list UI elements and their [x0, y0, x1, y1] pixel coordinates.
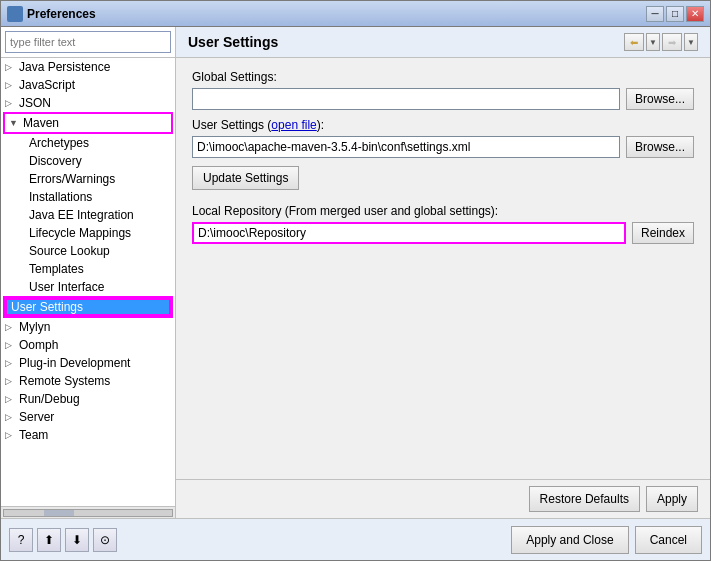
restore-defaults-button[interactable]: Restore Defaults — [529, 486, 640, 512]
forward-button[interactable]: ➡ — [662, 33, 682, 51]
update-settings-button[interactable]: Update Settings — [192, 166, 299, 190]
tree-area: ▷ Java Persistence ▷ JavaScript ▷ JSON ▼ — [1, 58, 175, 506]
back-dropdown[interactable]: ▼ — [646, 33, 660, 51]
sidebar-item-plugin-development[interactable]: ▷ Plug-in Development — [1, 354, 175, 372]
window-title: Preferences — [27, 7, 96, 21]
right-body: Global Settings: Browse... User Settings… — [176, 58, 710, 479]
user-settings-row: Browse... — [192, 136, 694, 158]
tree-item-label: Templates — [29, 262, 84, 276]
help-icon[interactable]: ? — [9, 528, 33, 552]
tree-item-label: User Interface — [29, 280, 104, 294]
collapse-icon: ▷ — [5, 340, 19, 350]
tree-item-label: Maven — [23, 116, 59, 130]
tree-item-label: Archetypes — [29, 136, 89, 150]
tree-item-label: Lifecycle Mappings — [29, 226, 131, 240]
bottom-bar: ? ⬆ ⬇ ⊙ Apply and Close Cancel — [1, 518, 710, 560]
sidebar-item-maven[interactable]: ▼ Maven — [5, 114, 171, 132]
right-panel: User Settings ⬅ ▼ ➡ ▼ Global Settings: B… — [176, 27, 710, 518]
collapse-icon: ▷ — [5, 394, 19, 404]
local-repo-row: Reindex — [192, 222, 694, 244]
user-settings-input[interactable] — [192, 136, 620, 158]
sidebar-item-json[interactable]: ▷ JSON — [1, 94, 175, 112]
sidebar-scrollbar[interactable] — [1, 506, 175, 518]
main-content: ▷ Java Persistence ▷ JavaScript ▷ JSON ▼ — [1, 27, 710, 518]
sidebar-item-server[interactable]: ▷ Server — [1, 408, 175, 426]
expand-icon: ▼ — [9, 118, 23, 128]
collapse-icon: ▷ — [5, 358, 19, 368]
preferences-window: Preferences ─ □ ✕ ▷ Java Persistence ▷ — [0, 0, 711, 561]
scrollbar-track — [3, 509, 173, 517]
sidebar: ▷ Java Persistence ▷ JavaScript ▷ JSON ▼ — [1, 27, 176, 518]
sidebar-item-run-debug[interactable]: ▷ Run/Debug — [1, 390, 175, 408]
global-settings-row: Browse... — [192, 88, 694, 110]
collapse-icon: ▷ — [5, 80, 19, 90]
global-browse-button[interactable]: Browse... — [626, 88, 694, 110]
back-button[interactable]: ⬅ — [624, 33, 644, 51]
tree-item-label: JavaScript — [19, 78, 75, 92]
sidebar-item-remote-systems[interactable]: ▷ Remote Systems — [1, 372, 175, 390]
filter-input[interactable] — [5, 31, 171, 53]
sidebar-item-java-ee-integration[interactable]: Java EE Integration — [1, 206, 175, 224]
nav-buttons: ⬅ ▼ ➡ ▼ — [624, 33, 698, 51]
minimize-button[interactable]: ─ — [646, 6, 664, 22]
forward-dropdown[interactable]: ▼ — [684, 33, 698, 51]
title-bar: Preferences ─ □ ✕ — [1, 1, 710, 27]
close-button[interactable]: ✕ — [686, 6, 704, 22]
tree-item-label: User Settings — [11, 300, 83, 314]
tree-item-label: Discovery — [29, 154, 82, 168]
global-settings-input[interactable] — [192, 88, 620, 110]
collapse-icon: ▷ — [5, 376, 19, 386]
tree-item-label: Plug-in Development — [19, 356, 130, 370]
filter-box — [1, 27, 175, 58]
bottom-icons: ? ⬆ ⬇ ⊙ — [9, 528, 117, 552]
tree-item-label: Oomph — [19, 338, 58, 352]
apply-and-close-button[interactable]: Apply and Close — [511, 526, 628, 554]
cancel-button[interactable]: Cancel — [635, 526, 702, 554]
tree-item-label: Mylyn — [19, 320, 50, 334]
title-bar-controls: ─ □ ✕ — [646, 6, 704, 22]
sidebar-item-java-persistence[interactable]: ▷ Java Persistence — [1, 58, 175, 76]
collapse-icon: ▷ — [5, 430, 19, 440]
sidebar-item-source-lookup[interactable]: Source Lookup — [1, 242, 175, 260]
user-browse-button[interactable]: Browse... — [626, 136, 694, 158]
window-icon — [7, 6, 23, 22]
tree-item-label: Installations — [29, 190, 92, 204]
user-settings-label: User Settings (open file): — [192, 118, 694, 132]
collapse-icon: ▷ — [5, 62, 19, 72]
sidebar-item-javascript[interactable]: ▷ JavaScript — [1, 76, 175, 94]
tree-item-label: Remote Systems — [19, 374, 110, 388]
sidebar-item-archetypes[interactable]: Archetypes — [1, 134, 175, 152]
maximize-button[interactable]: □ — [666, 6, 684, 22]
tree-item-label: Errors/Warnings — [29, 172, 115, 186]
sidebar-item-team[interactable]: ▷ Team — [1, 426, 175, 444]
import-icon[interactable]: ⬆ — [37, 528, 61, 552]
tree-item-label: Java Persistence — [19, 60, 110, 74]
collapse-icon: ▷ — [5, 98, 19, 108]
export-icon[interactable]: ⬇ — [65, 528, 89, 552]
apply-button[interactable]: Apply — [646, 486, 698, 512]
sidebar-item-installations[interactable]: Installations — [1, 188, 175, 206]
sidebar-item-discovery[interactable]: Discovery — [1, 152, 175, 170]
sidebar-item-oomph[interactable]: ▷ Oomph — [1, 336, 175, 354]
sidebar-item-templates[interactable]: Templates — [1, 260, 175, 278]
tree-item-label: Java EE Integration — [29, 208, 134, 222]
sidebar-item-user-interface[interactable]: User Interface — [1, 278, 175, 296]
settings-icon[interactable]: ⊙ — [93, 528, 117, 552]
tree-item-label: JSON — [19, 96, 51, 110]
title-bar-left: Preferences — [7, 6, 96, 22]
sidebar-item-lifecycle-mappings[interactable]: Lifecycle Mappings — [1, 224, 175, 242]
bottom-buttons: Apply and Close Cancel — [511, 526, 702, 554]
scrollbar-thumb[interactable] — [44, 510, 74, 516]
sidebar-item-user-settings[interactable]: User Settings — [5, 298, 171, 316]
tree-item-label: Server — [19, 410, 54, 424]
sidebar-item-mylyn[interactable]: ▷ Mylyn — [1, 318, 175, 336]
collapse-icon: ▷ — [5, 412, 19, 422]
local-repo-label: Local Repository (From merged user and g… — [192, 204, 694, 218]
sidebar-item-errors-warnings[interactable]: Errors/Warnings — [1, 170, 175, 188]
local-repo-input[interactable] — [192, 222, 626, 244]
tree-item-label: Run/Debug — [19, 392, 80, 406]
reindex-button[interactable]: Reindex — [632, 222, 694, 244]
collapse-icon: ▷ — [5, 322, 19, 332]
global-settings-label: Global Settings: — [192, 70, 694, 84]
open-file-link[interactable]: open file — [271, 118, 316, 132]
